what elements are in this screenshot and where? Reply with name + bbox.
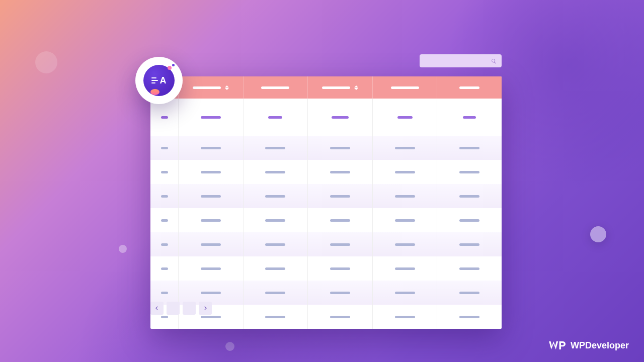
- cell-value-placeholder: [395, 219, 415, 222]
- table-cell: [308, 184, 373, 208]
- cell-value-placeholder: [161, 219, 168, 222]
- cell-value-placeholder: [395, 195, 415, 198]
- table-row[interactable]: [150, 281, 502, 305]
- table-header-cell[interactable]: [179, 76, 244, 99]
- data-table-widget: [150, 54, 502, 329]
- table-cell: [308, 232, 373, 256]
- cell-value-placeholder: [161, 171, 168, 173]
- table-cell: [179, 184, 244, 208]
- pagination-page-button[interactable]: [167, 302, 180, 315]
- cell-value-placeholder: [201, 171, 221, 173]
- cell-value-placeholder: [201, 195, 221, 198]
- cell-value-placeholder: [459, 292, 479, 294]
- cell-value-placeholder: [330, 219, 350, 222]
- table-row[interactable]: [150, 99, 502, 136]
- cell-value-placeholder: [265, 292, 285, 294]
- cell-value-placeholder: [265, 267, 285, 270]
- table-row[interactable]: [150, 208, 502, 232]
- table-cell: [244, 208, 308, 232]
- table-header-cell: [244, 76, 308, 99]
- table-row[interactable]: [150, 160, 502, 184]
- table-cell: [373, 160, 438, 184]
- cell-value-placeholder: [330, 195, 350, 198]
- table-cell: [437, 232, 502, 256]
- table-cell: [437, 208, 502, 232]
- table-cell: [308, 256, 373, 281]
- table-cell: [373, 232, 438, 256]
- table-cell: [150, 256, 179, 281]
- table-row[interactable]: [150, 256, 502, 281]
- table-cell: [437, 160, 502, 184]
- table-cell: [244, 256, 308, 281]
- cell-value-placeholder: [395, 267, 415, 270]
- table-cell: [244, 160, 308, 184]
- table-pagination: [150, 302, 212, 315]
- cell-value-placeholder: [330, 316, 350, 318]
- table-cell: [244, 232, 308, 256]
- cell-value-placeholder: [395, 171, 415, 173]
- table-cell: [373, 208, 438, 232]
- cell-value-placeholder: [201, 292, 221, 294]
- cell-value-placeholder: [330, 243, 350, 246]
- table-cell: [437, 184, 502, 208]
- pagination-page-button[interactable]: [183, 302, 196, 315]
- table-cell: [179, 281, 244, 305]
- cell-value-placeholder: [201, 219, 221, 222]
- cell-value-placeholder: [459, 219, 479, 222]
- column-label-placeholder: [193, 86, 221, 89]
- cell-value-placeholder: [330, 267, 350, 270]
- cell-value-placeholder: [161, 316, 168, 318]
- table-cell: [373, 136, 438, 160]
- table-cell: [179, 136, 244, 160]
- cell-value-placeholder: [161, 267, 168, 270]
- table-cell: [373, 281, 438, 305]
- table-cell: [150, 99, 179, 136]
- cell-value-placeholder: [330, 292, 350, 294]
- cell-value-placeholder: [161, 292, 168, 294]
- table-header-row: [150, 76, 502, 99]
- cell-value-placeholder: [459, 147, 479, 149]
- table-cell: [373, 184, 438, 208]
- table-cell: [308, 160, 373, 184]
- table-row[interactable]: [150, 184, 502, 208]
- cell-value-placeholder: [265, 195, 285, 198]
- table-cell: [437, 305, 502, 329]
- table-cell: [150, 160, 179, 184]
- brand-label: WPDeveloper: [571, 340, 629, 351]
- pagination-next-button[interactable]: [199, 302, 212, 315]
- table-header-cell[interactable]: [308, 76, 373, 99]
- table-cell: [308, 281, 373, 305]
- data-table: [150, 76, 502, 329]
- pagination-prev-button[interactable]: [150, 302, 164, 315]
- chevron-left-icon: [154, 306, 159, 311]
- sort-icon[interactable]: [354, 85, 358, 90]
- table-search-row: [150, 54, 502, 67]
- cell-value-placeholder: [161, 243, 168, 246]
- table-cell: [150, 281, 179, 305]
- wpdeveloper-logo-icon: [548, 340, 566, 351]
- cell-value-placeholder: [161, 147, 168, 149]
- cell-value-placeholder: [201, 267, 221, 270]
- table-cell: [437, 256, 502, 281]
- table-cell: [179, 208, 244, 232]
- table-cell: [308, 305, 373, 329]
- cell-value-placeholder: [265, 147, 285, 149]
- table-row[interactable]: [150, 136, 502, 160]
- search-input[interactable]: [420, 54, 502, 67]
- cell-value-placeholder: [265, 171, 285, 173]
- table-row[interactable]: [150, 232, 502, 256]
- cell-value-placeholder: [330, 147, 350, 149]
- cell-value-placeholder: [201, 316, 221, 318]
- cell-value-placeholder: [395, 316, 415, 318]
- table-cell: [244, 305, 308, 329]
- cell-value-placeholder: [459, 267, 479, 270]
- table-cell: [244, 99, 308, 136]
- column-label-placeholder: [459, 86, 479, 89]
- sort-icon[interactable]: [225, 85, 229, 90]
- table-header-cell: [437, 76, 502, 99]
- wpdeveloper-brand: WPDeveloper: [548, 340, 629, 351]
- cell-value-placeholder: [265, 316, 285, 318]
- column-label-placeholder: [391, 86, 419, 89]
- table-cell: [179, 160, 244, 184]
- decor-dot: [225, 342, 234, 351]
